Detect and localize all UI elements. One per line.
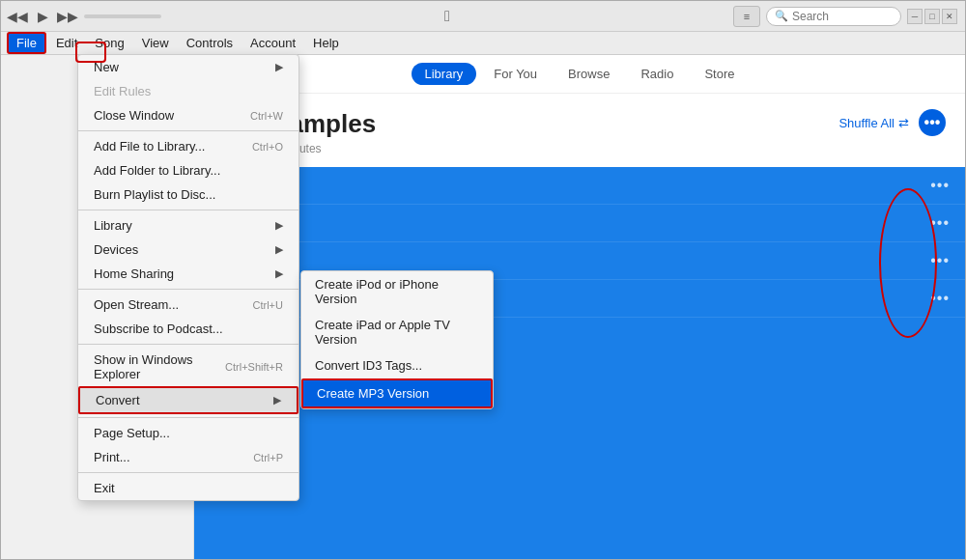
- show-explorer-label: Show in Windows Explorer: [94, 352, 225, 381]
- menu-burn[interactable]: Burn Playlist to Disc...: [78, 182, 298, 207]
- shuffle-label: Shuffle All: [838, 116, 895, 130]
- new-arrow: ▶: [275, 61, 283, 73]
- tab-foryou[interactable]: For You: [480, 63, 551, 85]
- title-bar-center: : [444, 8, 450, 25]
- open-stream-label: Open Stream...: [94, 297, 179, 312]
- subscribe-label: Subscribe to Podcast...: [94, 322, 223, 336]
- next-btn[interactable]: ▶▶: [59, 8, 76, 25]
- library-label: Library: [94, 218, 132, 233]
- menu-edit[interactable]: Edit: [48, 34, 85, 52]
- tab-browse[interactable]: Browse: [554, 63, 623, 85]
- edit-rules-label: Edit Rules: [94, 84, 151, 98]
- menu-view[interactable]: View: [134, 34, 177, 52]
- open-stream-shortcut: Ctrl+U: [253, 299, 283, 311]
- submenu-id3[interactable]: Convert ID3 Tags...: [301, 352, 493, 378]
- menu-show-explorer[interactable]: Show in Windows Explorer Ctrl+Shift+R: [78, 348, 298, 386]
- menu-edit-rules: Edit Rules: [78, 79, 298, 103]
- burn-label: Burn Playlist to Disc...: [94, 187, 215, 202]
- close-window-label: Close Window: [94, 108, 174, 123]
- title-bar: ◀◀ ▶ ▶▶  ≡ 🔍 ─ □ ✕: [1, 1, 965, 32]
- close-btn[interactable]: ✕: [942, 9, 957, 24]
- minimize-btn[interactable]: ─: [907, 9, 923, 24]
- menu-close-window[interactable]: Close Window Ctrl+W: [78, 103, 298, 127]
- add-file-label: Add File to Library...: [94, 139, 205, 154]
- tab-library[interactable]: Library: [412, 63, 477, 85]
- menu-account[interactable]: Account: [242, 34, 303, 52]
- menu-subscribe-podcast[interactable]: Subscribe to Podcast...: [78, 317, 298, 341]
- window-controls: ─ □ ✕: [907, 9, 957, 24]
- print-shortcut: Ctrl+P: [253, 452, 283, 463]
- add-folder-label: Add Folder to Library...: [94, 163, 220, 178]
- new-label: New: [94, 60, 119, 74]
- song-more-3[interactable]: •••: [930, 252, 950, 269]
- list-icon: ≡: [744, 11, 750, 22]
- submenu-ipod[interactable]: Create iPod or iPhone Version: [301, 271, 493, 312]
- title-bar-left: ◀◀ ▶ ▶▶: [9, 8, 161, 25]
- menu-home-sharing[interactable]: Home Sharing ▶: [78, 262, 298, 286]
- convert-submenu: Create iPod or iPhone Version Create iPa…: [300, 270, 494, 409]
- song-row-1[interactable]: sample2 •••: [194, 167, 965, 205]
- home-sharing-arrow: ▶: [275, 267, 283, 280]
- apple-logo: : [444, 8, 450, 25]
- print-label: Print...: [94, 450, 130, 464]
- tab-store[interactable]: Store: [691, 63, 748, 85]
- song-more-2[interactable]: •••: [930, 214, 950, 232]
- menu-print[interactable]: Print... Ctrl+P: [78, 445, 298, 469]
- song-row-2[interactable]: sample1 •••: [194, 205, 965, 242]
- separator-6: [78, 472, 298, 473]
- song-more-1[interactable]: •••: [930, 177, 950, 194]
- menu-controls[interactable]: Controls: [179, 34, 241, 52]
- title-bar-right: ≡ 🔍 ─ □ ✕: [733, 6, 957, 27]
- tab-radio[interactable]: Radio: [627, 63, 687, 85]
- menu-convert[interactable]: Convert ▶: [78, 386, 298, 414]
- file-dropdown: New ▶ Edit Rules Close Window Ctrl+W Add…: [77, 54, 299, 501]
- separator-2: [78, 210, 298, 210]
- separator-5: [78, 417, 298, 418]
- menu-devices[interactable]: Devices ▶: [78, 238, 298, 262]
- play-btn[interactable]: ▶: [34, 8, 51, 25]
- menu-help[interactable]: Help: [305, 34, 347, 52]
- menu-open-stream[interactable]: Open Stream... Ctrl+U: [78, 293, 298, 317]
- separator-1: [78, 130, 298, 131]
- song-more-4[interactable]: •••: [930, 290, 950, 307]
- menu-page-setup[interactable]: Page Setup...: [78, 421, 298, 445]
- devices-arrow: ▶: [275, 243, 283, 256]
- search-box[interactable]: 🔍: [766, 7, 901, 26]
- more-btn[interactable]: •••: [919, 109, 946, 136]
- page-setup-label: Page Setup...: [94, 426, 170, 440]
- show-explorer-shortcut: Ctrl+Shift+R: [225, 361, 283, 373]
- shuffle-icon: ⇄: [898, 116, 909, 130]
- add-file-shortcut: Ctrl+O: [252, 141, 283, 153]
- album-header: M4A Samples 4 songs • 12 minutes Shuffle…: [194, 94, 965, 167]
- menu-bar: File Edit Song View Controls Account Hel…: [1, 32, 965, 55]
- shuffle-btn[interactable]: Shuffle All ⇄: [838, 116, 909, 130]
- close-window-shortcut: Ctrl+W: [250, 110, 283, 122]
- devices-label: Devices: [94, 242, 138, 257]
- song-name-2: sample1: [210, 216, 930, 231]
- home-sharing-label: Home Sharing: [94, 266, 174, 281]
- library-arrow: ▶: [275, 219, 283, 232]
- album-controls: Shuffle All ⇄ •••: [838, 109, 946, 136]
- maximize-btn[interactable]: □: [924, 9, 940, 24]
- menu-new[interactable]: New ▶: [78, 55, 298, 79]
- menu-add-folder[interactable]: Add Folder to Library...: [78, 158, 298, 182]
- submenu-mp3[interactable]: Create MP3 Version: [301, 378, 493, 408]
- menu-song[interactable]: Song: [87, 34, 131, 52]
- menu-add-file[interactable]: Add File to Library... Ctrl+O: [78, 134, 298, 158]
- exit-label: Exit: [94, 481, 115, 495]
- separator-3: [78, 289, 298, 290]
- menu-file[interactable]: File: [7, 32, 46, 54]
- progress-bar[interactable]: [84, 14, 161, 18]
- menu-library[interactable]: Library ▶: [78, 213, 298, 238]
- prev-btn[interactable]: ◀◀: [9, 8, 26, 25]
- separator-4: [78, 344, 298, 345]
- search-input[interactable]: [792, 10, 889, 23]
- song-name-1: sample2: [210, 179, 930, 193]
- menu-exit[interactable]: Exit: [78, 476, 298, 500]
- nav-tabs: Library For You Browse Radio Store: [194, 55, 965, 94]
- submenu-ipad[interactable]: Create iPad or Apple TV Version: [301, 312, 493, 352]
- search-icon: 🔍: [775, 10, 788, 22]
- convert-label: Convert: [96, 393, 140, 407]
- convert-arrow: ▶: [273, 394, 281, 406]
- list-view-btn[interactable]: ≡: [733, 6, 760, 27]
